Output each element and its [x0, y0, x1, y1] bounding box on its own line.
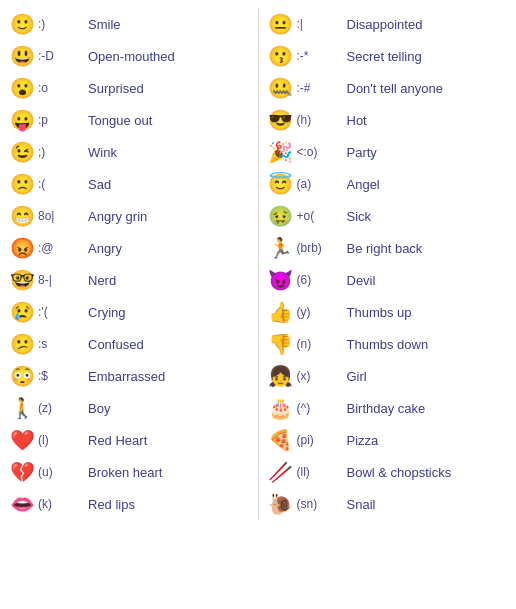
emoji-name: Wink: [88, 145, 252, 160]
emoji-icon: 🥢: [265, 460, 297, 484]
emoji-icon: 😉: [6, 140, 38, 164]
emoji-name: Boy: [88, 401, 252, 416]
list-item: 🤐:-#Don't tell anyone: [263, 72, 513, 104]
emoji-name: Pizza: [347, 433, 511, 448]
emoji-code: (h): [297, 113, 347, 127]
list-item: ❤️(l)Red Heart: [4, 424, 254, 456]
emoji-name: Nerd: [88, 273, 252, 288]
list-item: 👄(k)Red lips: [4, 488, 254, 520]
column-divider: [258, 8, 259, 520]
emoji-name: Disappointed: [347, 17, 511, 32]
emoji-code: :|: [297, 17, 347, 31]
emoji-icon: 😛: [6, 108, 38, 132]
emoji-icon: 😮: [6, 76, 38, 100]
emoji-icon: 😗: [265, 44, 297, 68]
emoji-code: +o(: [297, 209, 347, 223]
emoji-name: Be right back: [347, 241, 511, 256]
list-item: 😉;)Wink: [4, 136, 254, 168]
list-item: 😇(a)Angel: [263, 168, 513, 200]
list-item: 🐌(sn)Snail: [263, 488, 513, 520]
list-item: 🚶(z)Boy: [4, 392, 254, 424]
emoji-code: :@: [38, 241, 88, 255]
emoji-name: Secret telling: [347, 49, 511, 64]
emoji-icon: 😃: [6, 44, 38, 68]
emoji-name: Surprised: [88, 81, 252, 96]
emoji-name: Confused: [88, 337, 252, 352]
emoji-name: Red lips: [88, 497, 252, 512]
emoji-code: (^): [297, 401, 347, 415]
emoji-name: Bowl & chopsticks: [347, 465, 511, 480]
emoji-code: (6): [297, 273, 347, 287]
emoji-name: Thumbs up: [347, 305, 511, 320]
emoji-name: Open-mouthed: [88, 49, 252, 64]
list-item: 😃:-DOpen-mouthed: [4, 40, 254, 72]
emoji-name: Thumbs down: [347, 337, 511, 352]
list-item: 😛:pTongue out: [4, 104, 254, 136]
list-item: 🤢+o(Sick: [263, 200, 513, 232]
emoji-name: Birthday cake: [347, 401, 511, 416]
emoji-name: Tongue out: [88, 113, 252, 128]
list-item: 😮:oSurprised: [4, 72, 254, 104]
list-item: 😕:sConfused: [4, 328, 254, 360]
emoji-name: Broken heart: [88, 465, 252, 480]
emoji-code: :): [38, 17, 88, 31]
list-item: 😢:'(Crying: [4, 296, 254, 328]
emoji-icon: 🎉: [265, 140, 297, 164]
emoji-icon: 👧: [265, 364, 297, 388]
emoji-icon: 💔: [6, 460, 38, 484]
emoji-code: (n): [297, 337, 347, 351]
emoji-name: Angel: [347, 177, 511, 192]
emoji-icon: 😕: [6, 332, 38, 356]
emoji-icon: 🎂: [265, 396, 297, 420]
emoji-name: Angry grin: [88, 209, 252, 224]
list-item: 💔(u)Broken heart: [4, 456, 254, 488]
list-item: 😗:-*Secret telling: [263, 40, 513, 72]
list-item: 👧(x)Girl: [263, 360, 513, 392]
emoji-code: (u): [38, 465, 88, 479]
left-column: 🙂:)Smile😃:-DOpen-mouthed😮:oSurprised😛:pT…: [4, 8, 254, 520]
list-item: 🤓8-|Nerd: [4, 264, 254, 296]
list-item: 👎(n)Thumbs down: [263, 328, 513, 360]
list-item: 😳:$Embarrassed: [4, 360, 254, 392]
emoji-code: :-D: [38, 49, 88, 63]
emoji-name: Crying: [88, 305, 252, 320]
emoji-code: (ll): [297, 465, 347, 479]
emoji-code: :s: [38, 337, 88, 351]
emoji-name: Party: [347, 145, 511, 160]
emoji-name: Girl: [347, 369, 511, 384]
emoji-code: :o: [38, 81, 88, 95]
right-column: 😐:|Disappointed😗:-*Secret telling🤐:-#Don…: [263, 8, 513, 520]
emoji-code: :p: [38, 113, 88, 127]
emoji-code: :'(: [38, 305, 88, 319]
emoji-code: (pi): [297, 433, 347, 447]
emoji-icon: 👍: [265, 300, 297, 324]
list-item: 🥢(ll)Bowl & chopsticks: [263, 456, 513, 488]
emoji-icon: 🙂: [6, 12, 38, 36]
list-item: 🙂:)Smile: [4, 8, 254, 40]
list-item: 🎉<:o)Party: [263, 136, 513, 168]
emoji-icon: 😇: [265, 172, 297, 196]
emoji-code: :$: [38, 369, 88, 383]
emoji-name: Angry: [88, 241, 252, 256]
list-item: 🍕(pi)Pizza: [263, 424, 513, 456]
emoji-code: (l): [38, 433, 88, 447]
emoji-code: ;): [38, 145, 88, 159]
emoji-name: Devil: [347, 273, 511, 288]
emoji-icon: 🤢: [265, 204, 297, 228]
emoji-name: Sad: [88, 177, 252, 192]
list-item: 😁8o|Angry grin: [4, 200, 254, 232]
emoji-code: (sn): [297, 497, 347, 511]
emoji-name: Sick: [347, 209, 511, 224]
list-item: 😈(6)Devil: [263, 264, 513, 296]
emoji-code: (z): [38, 401, 88, 415]
emoji-icon: 😈: [265, 268, 297, 292]
emoji-icon: 🏃: [265, 236, 297, 260]
emoji-name: Embarrassed: [88, 369, 252, 384]
emoji-icon: 🤐: [265, 76, 297, 100]
list-item: 😎(h)Hot: [263, 104, 513, 136]
emoji-icon: 🚶: [6, 396, 38, 420]
list-item: 😡:@Angry: [4, 232, 254, 264]
emoji-icon: 😳: [6, 364, 38, 388]
emoji-code: (a): [297, 177, 347, 191]
emoji-code: (x): [297, 369, 347, 383]
